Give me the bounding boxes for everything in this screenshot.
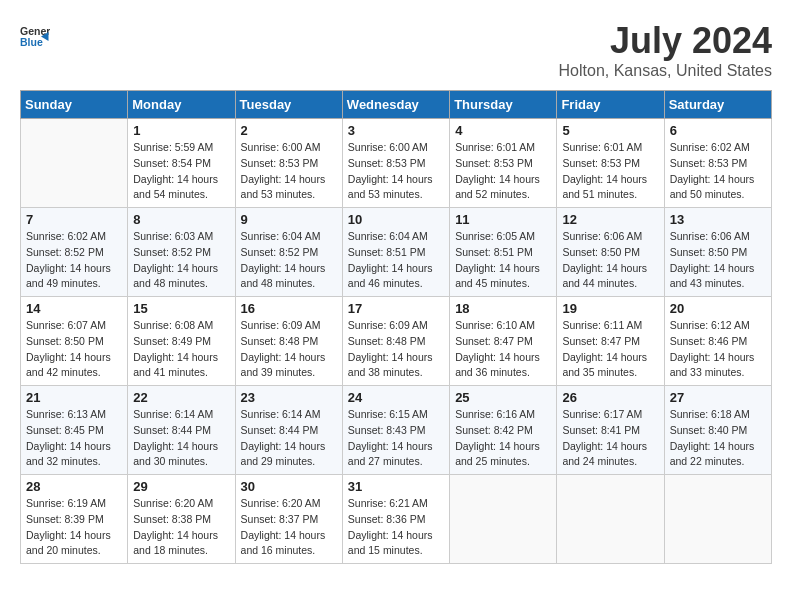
- sunset-text: Sunset: 8:43 PM: [348, 423, 444, 439]
- day-info: Sunrise: 6:10 AMSunset: 8:47 PMDaylight:…: [455, 318, 551, 381]
- daylight-text: Daylight: 14 hours and 29 minutes.: [241, 439, 337, 471]
- sunset-text: Sunset: 8:50 PM: [562, 245, 658, 261]
- day-info: Sunrise: 6:19 AMSunset: 8:39 PMDaylight:…: [26, 496, 122, 559]
- sunset-text: Sunset: 8:47 PM: [562, 334, 658, 350]
- calendar-cell: 8Sunrise: 6:03 AMSunset: 8:52 PMDaylight…: [128, 208, 235, 297]
- day-info: Sunrise: 6:21 AMSunset: 8:36 PMDaylight:…: [348, 496, 444, 559]
- sunset-text: Sunset: 8:53 PM: [455, 156, 551, 172]
- day-info: Sunrise: 6:14 AMSunset: 8:44 PMDaylight:…: [133, 407, 229, 470]
- day-info: Sunrise: 6:14 AMSunset: 8:44 PMDaylight:…: [241, 407, 337, 470]
- sunrise-text: Sunrise: 6:16 AM: [455, 407, 551, 423]
- day-number: 5: [562, 123, 658, 138]
- daylight-text: Daylight: 14 hours and 32 minutes.: [26, 439, 122, 471]
- day-info: Sunrise: 6:18 AMSunset: 8:40 PMDaylight:…: [670, 407, 766, 470]
- day-number: 10: [348, 212, 444, 227]
- day-number: 21: [26, 390, 122, 405]
- calendar-cell: 29Sunrise: 6:20 AMSunset: 8:38 PMDayligh…: [128, 475, 235, 564]
- day-info: Sunrise: 6:02 AMSunset: 8:53 PMDaylight:…: [670, 140, 766, 203]
- calendar-cell: 31Sunrise: 6:21 AMSunset: 8:36 PMDayligh…: [342, 475, 449, 564]
- daylight-text: Daylight: 14 hours and 54 minutes.: [133, 172, 229, 204]
- daylight-text: Daylight: 14 hours and 38 minutes.: [348, 350, 444, 382]
- daylight-text: Daylight: 14 hours and 39 minutes.: [241, 350, 337, 382]
- calendar-cell: 19Sunrise: 6:11 AMSunset: 8:47 PMDayligh…: [557, 297, 664, 386]
- day-number: 11: [455, 212, 551, 227]
- sunrise-text: Sunrise: 6:00 AM: [348, 140, 444, 156]
- calendar-cell: 13Sunrise: 6:06 AMSunset: 8:50 PMDayligh…: [664, 208, 771, 297]
- daylight-text: Daylight: 14 hours and 16 minutes.: [241, 528, 337, 560]
- sunrise-text: Sunrise: 6:19 AM: [26, 496, 122, 512]
- sunset-text: Sunset: 8:51 PM: [348, 245, 444, 261]
- sunrise-text: Sunrise: 6:21 AM: [348, 496, 444, 512]
- calendar-cell: 9Sunrise: 6:04 AMSunset: 8:52 PMDaylight…: [235, 208, 342, 297]
- sunrise-text: Sunrise: 6:00 AM: [241, 140, 337, 156]
- day-number: 3: [348, 123, 444, 138]
- day-number: 14: [26, 301, 122, 316]
- sunrise-text: Sunrise: 6:10 AM: [455, 318, 551, 334]
- day-number: 23: [241, 390, 337, 405]
- day-number: 13: [670, 212, 766, 227]
- sunrise-text: Sunrise: 6:13 AM: [26, 407, 122, 423]
- day-number: 8: [133, 212, 229, 227]
- weekday-header: Tuesday: [235, 91, 342, 119]
- calendar-cell: 4Sunrise: 6:01 AMSunset: 8:53 PMDaylight…: [450, 119, 557, 208]
- day-number: 18: [455, 301, 551, 316]
- day-number: 1: [133, 123, 229, 138]
- sunrise-text: Sunrise: 6:02 AM: [670, 140, 766, 156]
- sunset-text: Sunset: 8:44 PM: [133, 423, 229, 439]
- calendar-cell: 16Sunrise: 6:09 AMSunset: 8:48 PMDayligh…: [235, 297, 342, 386]
- sunset-text: Sunset: 8:53 PM: [348, 156, 444, 172]
- day-number: 12: [562, 212, 658, 227]
- day-number: 2: [241, 123, 337, 138]
- calendar-cell: 21Sunrise: 6:13 AMSunset: 8:45 PMDayligh…: [21, 386, 128, 475]
- calendar-cell: [557, 475, 664, 564]
- calendar-table: SundayMondayTuesdayWednesdayThursdayFrid…: [20, 90, 772, 564]
- sunset-text: Sunset: 8:52 PM: [133, 245, 229, 261]
- calendar-cell: 22Sunrise: 6:14 AMSunset: 8:44 PMDayligh…: [128, 386, 235, 475]
- daylight-text: Daylight: 14 hours and 49 minutes.: [26, 261, 122, 293]
- sunset-text: Sunset: 8:54 PM: [133, 156, 229, 172]
- calendar-cell: 18Sunrise: 6:10 AMSunset: 8:47 PMDayligh…: [450, 297, 557, 386]
- daylight-text: Daylight: 14 hours and 25 minutes.: [455, 439, 551, 471]
- calendar-cell: [21, 119, 128, 208]
- day-info: Sunrise: 6:12 AMSunset: 8:46 PMDaylight:…: [670, 318, 766, 381]
- sunrise-text: Sunrise: 6:07 AM: [26, 318, 122, 334]
- sunrise-text: Sunrise: 6:01 AM: [562, 140, 658, 156]
- daylight-text: Daylight: 14 hours and 51 minutes.: [562, 172, 658, 204]
- sunrise-text: Sunrise: 6:08 AM: [133, 318, 229, 334]
- sunrise-text: Sunrise: 5:59 AM: [133, 140, 229, 156]
- daylight-text: Daylight: 14 hours and 33 minutes.: [670, 350, 766, 382]
- sunrise-text: Sunrise: 6:06 AM: [562, 229, 658, 245]
- daylight-text: Daylight: 14 hours and 46 minutes.: [348, 261, 444, 293]
- sunset-text: Sunset: 8:53 PM: [241, 156, 337, 172]
- weekday-header: Wednesday: [342, 91, 449, 119]
- sunrise-text: Sunrise: 6:04 AM: [348, 229, 444, 245]
- calendar-cell: 25Sunrise: 6:16 AMSunset: 8:42 PMDayligh…: [450, 386, 557, 475]
- daylight-text: Daylight: 14 hours and 41 minutes.: [133, 350, 229, 382]
- day-info: Sunrise: 6:15 AMSunset: 8:43 PMDaylight:…: [348, 407, 444, 470]
- sunset-text: Sunset: 8:42 PM: [455, 423, 551, 439]
- calendar-cell: 2Sunrise: 6:00 AMSunset: 8:53 PMDaylight…: [235, 119, 342, 208]
- sunrise-text: Sunrise: 6:06 AM: [670, 229, 766, 245]
- sunrise-text: Sunrise: 6:14 AM: [241, 407, 337, 423]
- calendar-cell: 7Sunrise: 6:02 AMSunset: 8:52 PMDaylight…: [21, 208, 128, 297]
- sunset-text: Sunset: 8:44 PM: [241, 423, 337, 439]
- calendar-week-row: 14Sunrise: 6:07 AMSunset: 8:50 PMDayligh…: [21, 297, 772, 386]
- day-info: Sunrise: 6:06 AMSunset: 8:50 PMDaylight:…: [670, 229, 766, 292]
- day-info: Sunrise: 6:07 AMSunset: 8:50 PMDaylight:…: [26, 318, 122, 381]
- day-number: 17: [348, 301, 444, 316]
- day-info: Sunrise: 6:20 AMSunset: 8:37 PMDaylight:…: [241, 496, 337, 559]
- day-info: Sunrise: 6:09 AMSunset: 8:48 PMDaylight:…: [241, 318, 337, 381]
- day-info: Sunrise: 6:00 AMSunset: 8:53 PMDaylight:…: [348, 140, 444, 203]
- weekday-header: Monday: [128, 91, 235, 119]
- calendar-subtitle: Holton, Kansas, United States: [559, 62, 772, 80]
- calendar-cell: 30Sunrise: 6:20 AMSunset: 8:37 PMDayligh…: [235, 475, 342, 564]
- calendar-cell: 6Sunrise: 6:02 AMSunset: 8:53 PMDaylight…: [664, 119, 771, 208]
- sunset-text: Sunset: 8:53 PM: [562, 156, 658, 172]
- calendar-cell: 11Sunrise: 6:05 AMSunset: 8:51 PMDayligh…: [450, 208, 557, 297]
- daylight-text: Daylight: 14 hours and 27 minutes.: [348, 439, 444, 471]
- daylight-text: Daylight: 14 hours and 44 minutes.: [562, 261, 658, 293]
- day-info: Sunrise: 6:17 AMSunset: 8:41 PMDaylight:…: [562, 407, 658, 470]
- calendar-week-row: 21Sunrise: 6:13 AMSunset: 8:45 PMDayligh…: [21, 386, 772, 475]
- day-info: Sunrise: 5:59 AMSunset: 8:54 PMDaylight:…: [133, 140, 229, 203]
- day-number: 20: [670, 301, 766, 316]
